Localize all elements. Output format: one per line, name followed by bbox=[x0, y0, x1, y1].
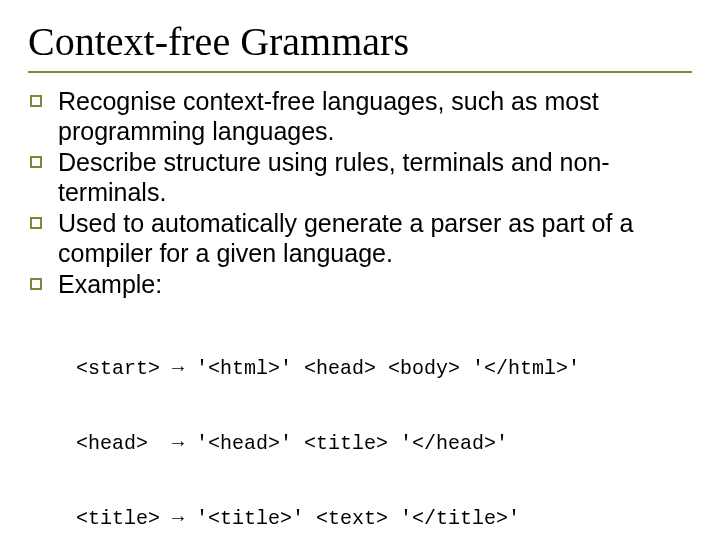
slide: Context-free Grammars Recognise context-… bbox=[0, 0, 720, 540]
bullet-text: Example: bbox=[58, 270, 162, 298]
title-underline bbox=[28, 71, 692, 73]
bullet-list: Recognise context-free languages, such a… bbox=[28, 87, 692, 300]
bullet-item: Recognise context-free languages, such a… bbox=[28, 87, 692, 146]
bullet-square-icon bbox=[30, 156, 42, 168]
slide-title: Context-free Grammars bbox=[28, 18, 692, 65]
bullet-text: Describe structure using rules, terminal… bbox=[58, 148, 610, 206]
grammar-row: <title> → '<title>' <text> '</title>' bbox=[76, 506, 692, 531]
bullet-square-icon bbox=[30, 217, 42, 229]
grammar-row: <head> → '<head>' <title> '</head>' bbox=[76, 431, 692, 456]
bullet-item: Describe structure using rules, terminal… bbox=[28, 148, 692, 207]
bullet-item: Example: bbox=[28, 270, 692, 300]
bullet-item: Used to automatically generate a parser … bbox=[28, 209, 692, 268]
grammar-row: <start> → '<html>' <head> <body> '</html… bbox=[76, 356, 692, 381]
bullet-text: Used to automatically generate a parser … bbox=[58, 209, 633, 267]
grammar-block: <start> → '<html>' <head> <body> '</html… bbox=[76, 306, 692, 541]
bullet-square-icon bbox=[30, 95, 42, 107]
bullet-text: Recognise context-free languages, such a… bbox=[58, 87, 599, 145]
bullet-square-icon bbox=[30, 278, 42, 290]
